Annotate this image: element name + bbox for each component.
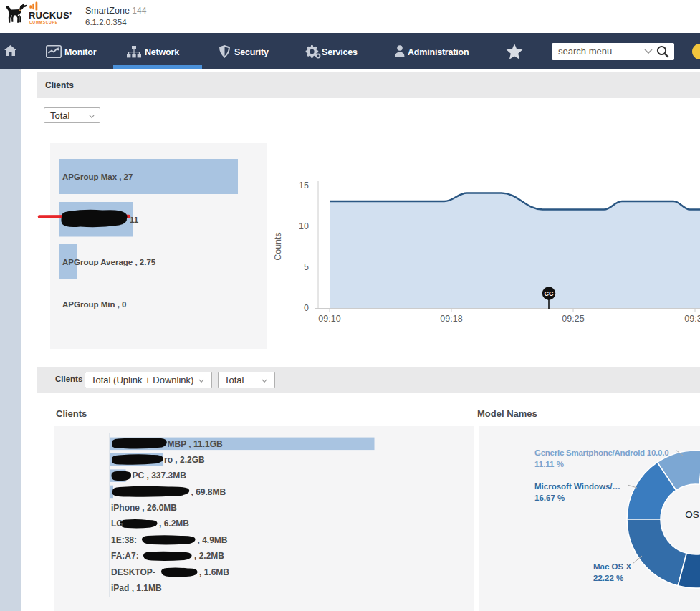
svg-text:APGroup Average , 2.75: APGroup Average , 2.75 — [62, 258, 156, 266]
svg-text:PC , 337.3MB: PC , 337.3MB — [133, 471, 187, 481]
svg-text:11: 11 — [130, 216, 139, 224]
svg-text:iPhone , 26.0MB: iPhone , 26.0MB — [111, 503, 177, 513]
svg-text:, 6.2MB: , 6.2MB — [159, 519, 189, 529]
svg-text:09:18: 09:18 — [440, 314, 462, 324]
svg-text:MBP , 11.1GB: MBP , 11.1GB — [168, 439, 223, 449]
svg-text:, 69.8MB: , 69.8MB — [191, 487, 226, 497]
svg-text:APGroup Min , 0: APGroup Min , 0 — [62, 300, 126, 309]
svg-text:OS: OS — [685, 509, 699, 520]
svg-text:5: 5 — [304, 262, 309, 272]
svg-text:Counts: Counts — [273, 232, 283, 261]
svg-text:iPad , 1.1MB: iPad , 1.1MB — [111, 583, 162, 593]
svg-text:, 2.2MB: , 2.2MB — [194, 551, 224, 561]
svg-text:, 1.6MB: , 1.6MB — [199, 567, 229, 577]
svg-text:Generic Smartphone/Android 10.: Generic Smartphone/Android 10.0.0 — [534, 448, 668, 457]
svg-text:ro , 2.2GB: ro , 2.2GB — [164, 455, 205, 465]
svg-text:CC: CC — [545, 290, 554, 297]
svg-text:09:10: 09:10 — [318, 314, 340, 324]
svg-text:09:33: 09:33 — [684, 314, 700, 324]
svg-text:0: 0 — [304, 303, 309, 313]
svg-text:APGroup Max , 27: APGroup Max , 27 — [62, 173, 133, 181]
svg-text:Microsoft Windows/…: Microsoft Windows/… — [534, 482, 620, 491]
svg-text:FA:A7:: FA:A7: — [111, 551, 139, 561]
svg-text:Mac OS X: Mac OS X — [593, 562, 631, 571]
svg-text:, 4.9MB: , 4.9MB — [198, 535, 228, 545]
svg-text:15: 15 — [299, 181, 309, 191]
svg-text:LG: LG — [111, 519, 123, 529]
svg-text:11.11 %: 11.11 % — [534, 460, 564, 468]
svg-text:22.22 %: 22.22 % — [593, 574, 623, 582]
svg-text:09:25: 09:25 — [562, 314, 584, 324]
svg-text:10: 10 — [299, 221, 309, 231]
svg-text:1E:38:: 1E:38: — [111, 535, 137, 545]
svg-text:16.67 %: 16.67 % — [534, 494, 565, 502]
svg-text:DESKTOP-: DESKTOP- — [111, 567, 155, 577]
